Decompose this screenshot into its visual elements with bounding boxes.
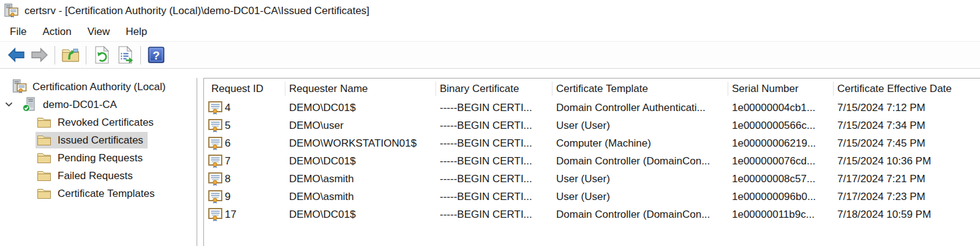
folder-icon bbox=[37, 152, 51, 164]
table-row[interactable]: 9 DEMO\asmith -----BEGIN CERTI... User (… bbox=[204, 188, 980, 206]
panel-splitter[interactable] bbox=[197, 78, 203, 246]
cell-certificate-template: User (User) bbox=[552, 191, 728, 203]
back-arrow-icon bbox=[7, 47, 25, 63]
tree-item-label: Failed Requests bbox=[58, 170, 133, 182]
tree-item-certification-authority[interactable]: Certification Authority (Local) bbox=[0, 78, 197, 96]
cell-serial-number: 1e00000008c57... bbox=[728, 173, 834, 185]
menu-bar: File Action View Help bbox=[0, 22, 980, 41]
export-list-button[interactable] bbox=[113, 44, 137, 66]
tree-item-ca[interactable]: demo-DC01-CA bbox=[0, 96, 197, 113]
show-console-tree-button[interactable] bbox=[59, 44, 82, 66]
cell-binary-certificate: -----BEGIN CERTI... bbox=[436, 173, 552, 185]
help-button[interactable]: ? bbox=[145, 44, 168, 66]
column-header-serial-number[interactable]: Serial Number bbox=[728, 79, 834, 99]
cell-certificate-template: User (User) bbox=[552, 173, 728, 185]
list-rows: 4 DEMO\DC01$ -----BEGIN CERTI... Domain … bbox=[204, 99, 980, 223]
chevron-down-icon[interactable] bbox=[5, 102, 15, 107]
menu-item[interactable]: Action bbox=[34, 23, 79, 40]
menu-item[interactable]: Help bbox=[118, 23, 155, 40]
tree-item[interactable]: Certificate Templates bbox=[0, 185, 197, 202]
cell-request-id: 7 bbox=[204, 155, 285, 168]
cell-effective-date: 7/15/2024 7:34 PM bbox=[834, 120, 980, 132]
tree-item-label: Issued Certificates bbox=[58, 134, 143, 147]
cell-serial-number: 1e00000006219... bbox=[728, 137, 834, 150]
title-bar: certsrv - [Certification Authority (Loca… bbox=[0, 0, 980, 22]
server-check-icon bbox=[22, 97, 37, 112]
table-row[interactable]: 5 DEMO\user -----BEGIN CERTI... User (Us… bbox=[204, 117, 980, 134]
table-row[interactable]: 6 DEMO\WORKSTATION01$ -----BEGIN CERTI..… bbox=[204, 134, 980, 152]
cell-request-id: 6 bbox=[204, 137, 285, 150]
request-id-value: 5 bbox=[225, 120, 230, 132]
cell-binary-certificate: -----BEGIN CERTI... bbox=[436, 137, 552, 150]
folder-up-arrow-icon bbox=[61, 47, 80, 63]
cell-request-id: 8 bbox=[204, 172, 285, 186]
menu-item[interactable]: View bbox=[80, 23, 118, 40]
tree-item[interactable]: Issued Certificates bbox=[0, 131, 197, 149]
column-header-request-id[interactable]: Request ID bbox=[204, 79, 285, 99]
tree-item[interactable]: Pending Requests bbox=[0, 149, 197, 167]
request-id-value: 9 bbox=[225, 191, 230, 203]
cell-effective-date: 7/17/2024 7:23 PM bbox=[834, 191, 980, 203]
tree-item-label: Pending Requests bbox=[58, 152, 143, 164]
cell-serial-number: 1e00000011b9c... bbox=[728, 209, 834, 221]
certificate-icon bbox=[208, 101, 222, 115]
console-tree-panel: Certification Authority (Local) demo-DC0… bbox=[0, 78, 197, 246]
window-title: certsrv - [Certification Authority (Loca… bbox=[24, 5, 369, 17]
cell-request-id: 9 bbox=[204, 190, 285, 204]
request-id-value: 8 bbox=[225, 173, 230, 185]
cell-effective-date: 7/17/2024 7:21 PM bbox=[834, 173, 980, 185]
tree-children: Revoked Certificates Issued Certificates… bbox=[0, 113, 197, 202]
tree-item[interactable]: Failed Requests bbox=[0, 167, 197, 185]
cell-requester-name: DEMO\user bbox=[285, 120, 436, 132]
forward-button[interactable] bbox=[28, 44, 51, 66]
cell-request-id: 17 bbox=[204, 208, 285, 221]
column-header-requester-name[interactable]: Requester Name bbox=[285, 79, 436, 99]
table-row[interactable]: 4 DEMO\DC01$ -----BEGIN CERTI... Domain … bbox=[204, 99, 980, 117]
folder-icon bbox=[37, 170, 51, 182]
cell-requester-name: DEMO\DC01$ bbox=[285, 155, 436, 167]
table-row[interactable]: 8 DEMO\asmith -----BEGIN CERTI... User (… bbox=[204, 170, 980, 188]
cell-effective-date: 7/15/2024 7:12 PM bbox=[834, 102, 980, 114]
tree-item-label: Certification Authority (Local) bbox=[32, 81, 165, 93]
cell-effective-date: 7/18/2024 10:59 PM bbox=[834, 209, 980, 221]
cell-binary-certificate: -----BEGIN CERTI... bbox=[436, 209, 552, 221]
cell-serial-number: 1e00000004cb1... bbox=[728, 102, 834, 114]
column-header-binary-certificate[interactable]: Binary Certificate bbox=[436, 79, 552, 99]
export-list-icon bbox=[117, 46, 134, 64]
cell-requester-name: DEMO\asmith bbox=[285, 173, 436, 185]
certificate-icon bbox=[208, 137, 222, 150]
tree-item-label: Revoked Certificates bbox=[58, 117, 154, 129]
menu-item[interactable]: File bbox=[2, 23, 34, 40]
column-header-certificate-template[interactable]: Certificate Template bbox=[552, 79, 728, 99]
tree-item-label: Certificate Templates bbox=[58, 188, 154, 200]
cell-certificate-template: Domain Controller (DomainCon... bbox=[552, 155, 728, 167]
back-button[interactable] bbox=[4, 44, 28, 66]
table-row[interactable]: 17 DEMO\DC01$ -----BEGIN CERTI... Domain… bbox=[204, 206, 980, 223]
certsrv-app-icon bbox=[3, 3, 19, 19]
cell-certificate-template: Domain Controller Authenticati... bbox=[552, 102, 728, 114]
issued-certificates-list-panel: Request ID Requester Name Binary Certifi… bbox=[203, 78, 980, 246]
cell-binary-certificate: -----BEGIN CERTI... bbox=[436, 120, 552, 132]
request-id-value: 7 bbox=[225, 155, 230, 167]
cell-serial-number: 1e000000096b0... bbox=[728, 191, 834, 203]
cell-requester-name: DEMO\DC01$ bbox=[285, 102, 436, 114]
column-header-certificate-effective-date[interactable]: Certificate Effective Date bbox=[834, 79, 980, 99]
table-row[interactable]: 7 DEMO\DC01$ -----BEGIN CERTI... Domain … bbox=[204, 152, 980, 170]
cell-requester-name: DEMO\asmith bbox=[285, 191, 436, 203]
cell-certificate-template: User (User) bbox=[552, 120, 728, 132]
help-icon: ? bbox=[148, 46, 165, 64]
cell-effective-date: 7/15/2024 10:36 PM bbox=[834, 155, 980, 167]
toolbar-separator bbox=[140, 46, 141, 64]
cell-request-id: 5 bbox=[204, 119, 285, 133]
certificate-icon bbox=[208, 172, 222, 186]
folder-icon bbox=[37, 134, 51, 146]
toolbar-separator bbox=[86, 46, 86, 64]
refresh-button[interactable] bbox=[90, 44, 113, 66]
cell-effective-date: 7/15/2024 7:45 PM bbox=[834, 137, 980, 150]
folder-icon bbox=[37, 117, 51, 128]
toolbar: ? bbox=[0, 41, 980, 69]
tree-item[interactable]: Revoked Certificates bbox=[0, 113, 197, 131]
cell-certificate-template: Computer (Machine) bbox=[552, 137, 728, 150]
request-id-value: 17 bbox=[225, 209, 236, 221]
tree-item-label: demo-DC01-CA bbox=[43, 99, 117, 111]
